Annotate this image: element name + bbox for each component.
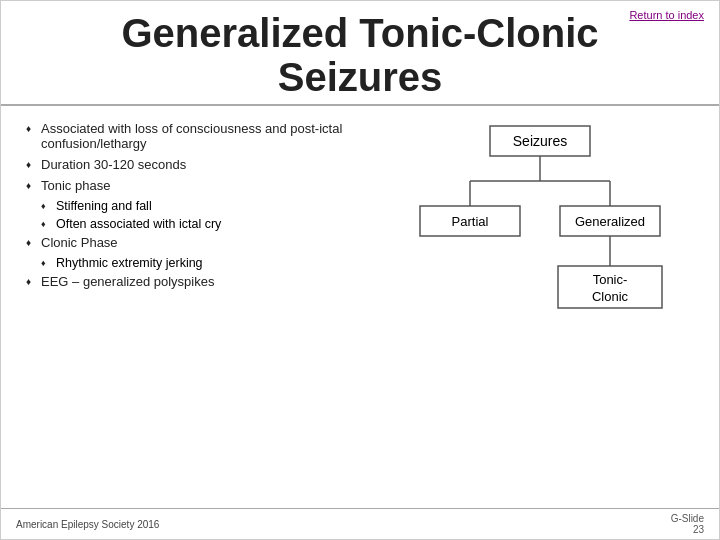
source-label: American Epilepsy Society 2016 <box>16 519 159 530</box>
svg-text:Seizures: Seizures <box>512 133 566 149</box>
bullet-item: Clonic Phase <box>26 235 350 250</box>
return-to-index-link[interactable]: Return to index <box>629 9 704 21</box>
bullet-item: Associated with loss of consciousness an… <box>26 121 350 151</box>
svg-text:Generalized: Generalized <box>574 214 644 229</box>
footer: American Epilepsy Society 2016 G-Slide 2… <box>1 508 719 539</box>
slide-info: G-Slide 23 <box>671 513 704 535</box>
sub-bullet-item: Rhythmic extremity jerking <box>26 256 350 270</box>
svg-text:Partial: Partial <box>451 214 488 229</box>
bullet-item: EEG – generalized polyspikes <box>26 274 350 289</box>
bullet-item: Tonic phase <box>26 178 350 193</box>
sub-bullet-item: Stiffening and fall <box>26 199 350 213</box>
tree-svg: Seizures Partial Generalized <box>400 121 680 341</box>
svg-text:Clonic: Clonic <box>591 289 628 304</box>
slide-number: 23 <box>693 524 704 535</box>
page: Return to index Generalized Tonic-Clonic… <box>0 0 720 540</box>
content-area: Associated with loss of consciousness an… <box>1 106 719 508</box>
bullet-item: Duration 30-120 seconds <box>26 157 350 172</box>
page-title: Generalized Tonic-Clonic Seizures <box>21 11 699 99</box>
header: Return to index Generalized Tonic-Clonic… <box>1 1 719 106</box>
bullet-list: Associated with loss of consciousness an… <box>1 116 360 508</box>
sub-bullet-item: Often associated with ictal cry <box>26 217 350 231</box>
slide-label: G-Slide <box>671 513 704 524</box>
svg-text:Tonic-: Tonic- <box>592 272 627 287</box>
tree-diagram: Seizures Partial Generalized <box>360 116 719 508</box>
